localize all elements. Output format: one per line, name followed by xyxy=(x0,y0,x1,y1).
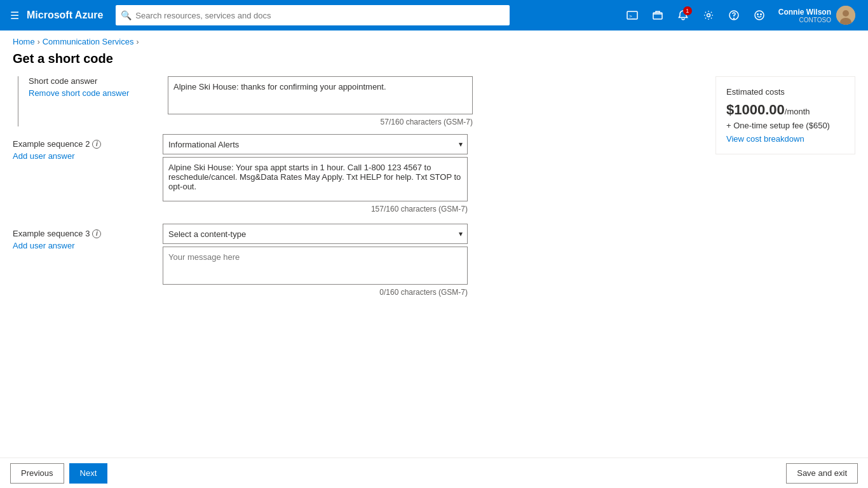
example-sequence-2-section: Example sequence 2 i Add user answer Inf… xyxy=(13,134,703,214)
short-code-answer-input-area: Alpine Ski House: thanks for confirming … xyxy=(168,76,703,126)
short-code-answer-section: Short code answer Remove short code answ… xyxy=(13,76,703,126)
short-code-label: Short code answer xyxy=(29,76,158,86)
example-3-content-type-select[interactable]: Select a content-type Informational Aler… xyxy=(163,224,468,244)
example-2-message-textarea[interactable]: Alpine Ski House: Your spa appt starts i… xyxy=(163,157,468,201)
add-user-answer-2-link[interactable]: Add user answer xyxy=(13,151,75,161)
example-3-info-icon[interactable]: i xyxy=(92,229,101,238)
example-2-char-count: 157/160 characters (GSM-7) xyxy=(163,205,468,214)
form-area: Short code answer Remove short code answ… xyxy=(13,76,703,307)
notification-badge: 1 xyxy=(683,6,692,15)
estimated-costs-panel: Estimated costs $1000.00/month + One-tim… xyxy=(715,76,855,154)
feedback-icon[interactable] xyxy=(748,4,771,27)
help-icon[interactable] xyxy=(722,4,745,27)
previous-button[interactable]: Previous xyxy=(10,463,64,484)
example-3-fields: Select a content-type Informational Aler… xyxy=(163,224,703,297)
example-3-label: Example sequence 3 i xyxy=(13,229,153,238)
remove-short-code-link[interactable]: Remove short code answer xyxy=(29,88,129,98)
breadcrumb: Home › Communication Services › xyxy=(0,30,868,49)
page-title: Get a short code xyxy=(0,49,868,76)
user-org: CONTOSO xyxy=(778,17,831,24)
next-button[interactable]: Next xyxy=(69,463,108,484)
avatar xyxy=(836,6,855,25)
breadcrumb-sep-1: › xyxy=(37,37,40,46)
example-2-content-type-select[interactable]: Informational Alerts Promotional Two-Fac… xyxy=(163,134,468,154)
user-menu[interactable]: Connie Wilson CONTOSO xyxy=(773,3,860,27)
breadcrumb-home[interactable]: Home xyxy=(13,37,35,46)
search-icon: 🔍 xyxy=(121,10,132,20)
example-3-label-text: Example sequence 3 xyxy=(13,229,90,238)
example-3-dropdown-wrapper: Select a content-type Informational Aler… xyxy=(163,224,468,244)
view-cost-breakdown-link[interactable]: View cost breakdown xyxy=(726,134,844,144)
nav-icons: >_ 1 Connie Wilson CONTOSO xyxy=(621,3,860,27)
search-bar[interactable]: 🔍 xyxy=(116,5,510,25)
directory-icon[interactable] xyxy=(646,4,669,27)
search-input[interactable] xyxy=(135,11,505,20)
settings-icon[interactable] xyxy=(697,4,720,27)
example-sequence-3-section: Example sequence 3 i Add user answer Sel… xyxy=(13,224,703,297)
example-2-fields: Informational Alerts Promotional Two-Fac… xyxy=(163,134,703,214)
example-2-label: Example sequence 2 i xyxy=(13,139,153,149)
short-code-char-count: 57/160 characters (GSM-7) xyxy=(168,118,473,126)
example-2-label-area: Example sequence 2 i Add user answer xyxy=(13,134,153,161)
breadcrumb-service[interactable]: Communication Services xyxy=(43,37,134,46)
bottom-navigation: Previous Next Save and exit xyxy=(0,458,868,488)
example-3-label-area: Example sequence 3 i Add user answer xyxy=(13,224,153,250)
add-user-answer-3-link[interactable]: Add user answer xyxy=(13,241,75,250)
short-code-answer-textarea[interactable]: Alpine Ski House: thanks for confirming … xyxy=(168,76,473,114)
save-and-exit-button[interactable]: Save and exit xyxy=(786,463,858,484)
example-2-info-icon[interactable]: i xyxy=(92,140,101,149)
breadcrumb-sep-2: › xyxy=(136,37,139,46)
example-2-label-text: Example sequence 2 xyxy=(13,139,90,149)
costs-period: /month xyxy=(785,107,810,116)
notification-icon[interactable]: 1 xyxy=(672,4,695,27)
svg-point-6 xyxy=(755,11,764,20)
svg-point-8 xyxy=(760,14,761,15)
svg-point-7 xyxy=(757,14,758,15)
hamburger-icon[interactable]: ☰ xyxy=(8,7,22,24)
user-name: Connie Wilson xyxy=(778,8,831,17)
example-3-message-textarea[interactable] xyxy=(163,247,468,285)
svg-point-10 xyxy=(843,10,849,17)
app-logo: Microsoft Azure xyxy=(27,10,103,21)
top-navigation: ☰ Microsoft Azure 🔍 >_ 1 Connie Wilson C… xyxy=(0,0,868,30)
svg-point-3 xyxy=(707,14,710,17)
svg-text:>_: >_ xyxy=(629,13,635,19)
costs-amount: $1000.00 xyxy=(726,102,785,118)
cloud-shell-icon[interactable]: >_ xyxy=(621,4,644,27)
main-content: Short code answer Remove short code answ… xyxy=(0,76,868,307)
costs-title: Estimated costs xyxy=(726,87,844,97)
costs-amount-area: $1000.00/month xyxy=(726,102,844,118)
svg-point-5 xyxy=(733,18,734,19)
example-2-dropdown-wrapper: Informational Alerts Promotional Two-Fac… xyxy=(163,134,468,154)
costs-setup-fee: + One-time setup fee ($650) xyxy=(726,121,844,130)
example-3-char-count: 0/160 characters (GSM-7) xyxy=(163,288,468,297)
indent-block: Short code answer Remove short code answ… xyxy=(18,76,158,126)
